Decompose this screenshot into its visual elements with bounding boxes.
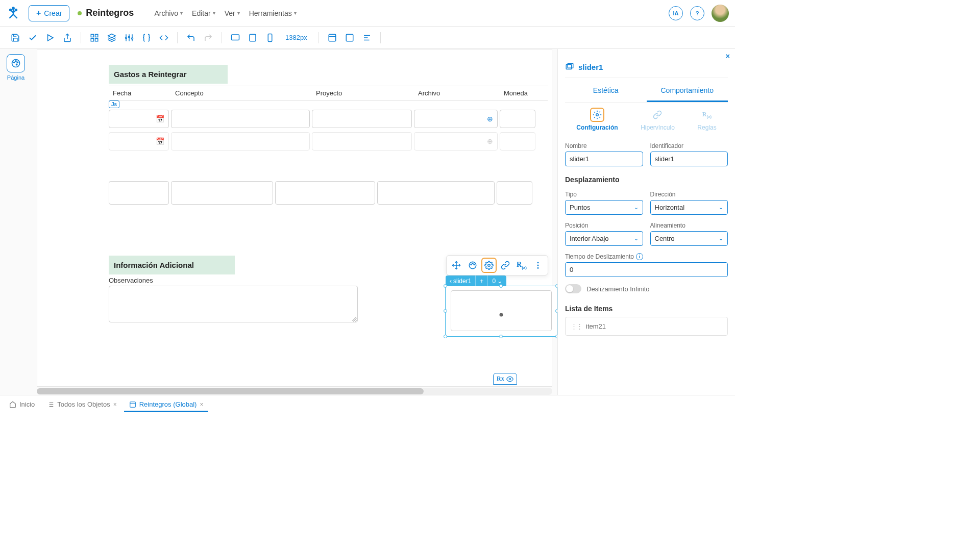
palette-icon[interactable] [465, 258, 480, 273]
tab-reintegros[interactable]: Reintegros (Global) × [124, 396, 209, 412]
box[interactable] [109, 181, 169, 205]
box[interactable] [497, 181, 532, 205]
share-icon[interactable] [60, 31, 75, 45]
close-icon[interactable]: × [200, 401, 203, 408]
proyecto-input[interactable] [312, 110, 412, 128]
code-icon[interactable] [157, 31, 171, 45]
alineamiento-select[interactable]: Centro⌄ [650, 231, 728, 246]
fecha-input[interactable]: 📅 [109, 110, 169, 128]
tab-comportamiento[interactable]: Comportamiento [647, 80, 728, 102]
identificador-input[interactable] [650, 152, 728, 166]
grid-icon[interactable] [87, 31, 102, 45]
posicion-select[interactable]: Interior Abajo⌄ [565, 231, 643, 246]
toolbar: 1382px [0, 27, 735, 49]
panel-tabs: Estética Comportamiento [565, 80, 728, 103]
box[interactable] [171, 181, 273, 205]
app-logo[interactable] [6, 6, 20, 20]
menu-editar[interactable]: Editar▾ [192, 9, 215, 17]
list-item[interactable]: ⋮⋮ item21 [565, 317, 728, 336]
resize-handle[interactable] [444, 335, 447, 338]
move-icon[interactable] [449, 258, 464, 273]
svg-marker-3 [48, 35, 54, 41]
zoom-label[interactable]: 1382px [280, 34, 312, 41]
check-icon[interactable] [26, 31, 40, 45]
panel-side-icon[interactable] [342, 31, 357, 45]
nombre-input[interactable] [565, 152, 643, 166]
direccion-select[interactable]: Horizontal⌄ [650, 200, 728, 215]
chevron-down-icon: ▾ [213, 10, 215, 16]
svg-point-29 [15, 61, 16, 62]
observaciones-textarea[interactable] [109, 286, 358, 322]
menu-herramientas[interactable]: Herramientas▾ [249, 9, 297, 17]
concepto-input[interactable] [171, 110, 310, 128]
link-icon[interactable] [498, 258, 513, 273]
braces-icon[interactable] [139, 31, 154, 45]
archivo-input[interactable]: ⊕ [414, 110, 498, 128]
resize-handle[interactable] [499, 335, 503, 338]
item-count-dropdown[interactable]: 0 ⌄ [487, 276, 506, 287]
gear-icon[interactable] [481, 258, 497, 273]
menu-archivo[interactable]: Archivo▾ [154, 9, 183, 17]
add-item-button[interactable]: + [475, 276, 487, 287]
subtab-reglas[interactable]: R(x) Reglas [697, 108, 716, 131]
infinite-toggle-row: Deslizamiento Infinito [565, 284, 728, 293]
tablet-icon[interactable] [246, 31, 260, 45]
svg-point-38 [488, 264, 491, 267]
direccion-label: Dirección [650, 191, 728, 198]
tipo-select[interactable]: Puntos⌄ [565, 200, 643, 215]
sliders-icon[interactable] [122, 31, 136, 45]
resize-handle[interactable] [444, 309, 447, 313]
upload-icon: ⊕ [487, 137, 493, 145]
th-archivo: Archivo [414, 86, 500, 100]
moneda-input[interactable] [500, 110, 535, 128]
save-icon[interactable] [8, 31, 22, 45]
svg-rect-44 [568, 63, 573, 68]
align-icon[interactable] [360, 31, 374, 45]
resize-handle[interactable] [444, 284, 447, 288]
drag-handle-icon[interactable]: ⋮⋮ [571, 322, 582, 330]
subtab-hipervinculo[interactable]: Hipervínculo [641, 108, 675, 131]
desktop-icon[interactable] [228, 31, 242, 45]
play-icon[interactable] [43, 31, 57, 45]
rx-badge[interactable]: Rx [493, 373, 517, 385]
fecha-input-dim: 📅 [109, 132, 169, 151]
mobile-icon[interactable] [263, 31, 277, 45]
box[interactable] [275, 181, 375, 205]
js-badge[interactable]: Js [109, 101, 119, 108]
infinite-toggle[interactable] [565, 284, 581, 293]
help-icon[interactable]: ? [690, 6, 704, 20]
slider-selection[interactable] [445, 286, 557, 337]
page-palette-button[interactable] [7, 54, 25, 72]
svg-rect-23 [346, 34, 353, 41]
bottom-tabs: Inicio Todos los Objetos × Reintegros (G… [0, 395, 735, 413]
tiempo-input[interactable] [565, 262, 728, 277]
close-icon[interactable]: × [113, 401, 117, 408]
tab-todos[interactable]: Todos los Objetos × [42, 396, 121, 412]
create-button[interactable]: + Crear [29, 5, 69, 21]
avatar[interactable] [712, 5, 729, 22]
rules-icon[interactable]: R(x) [514, 258, 529, 273]
box[interactable] [377, 181, 495, 205]
subtab-configuracion[interactable]: Configuración [576, 108, 618, 131]
resize-handle[interactable] [499, 284, 503, 288]
menu-ver[interactable]: Ver▾ [225, 9, 240, 17]
info-icon[interactable]: i [636, 253, 643, 260]
svg-rect-21 [329, 34, 336, 41]
svg-marker-8 [108, 34, 116, 38]
horizontal-scrollbar[interactable] [37, 388, 552, 395]
undo-icon[interactable] [184, 31, 198, 45]
slider-inner [451, 290, 552, 331]
infinite-label: Deslizamiento Infinito [586, 285, 650, 293]
panel-top-icon[interactable] [325, 31, 339, 45]
close-icon[interactable]: × [726, 52, 730, 60]
selection-tag[interactable]: ‹slider1 + 0 ⌄ [446, 276, 506, 287]
layers-icon[interactable] [105, 31, 119, 45]
ai-icon[interactable]: IA [669, 6, 683, 20]
more-icon[interactable] [530, 258, 546, 273]
svg-point-39 [537, 262, 539, 263]
tab-estetica[interactable]: Estética [565, 80, 647, 102]
scroll-thumb[interactable] [37, 388, 424, 394]
tab-inicio[interactable]: Inicio [4, 396, 40, 412]
svg-point-31 [16, 64, 17, 65]
svg-point-45 [596, 114, 599, 116]
